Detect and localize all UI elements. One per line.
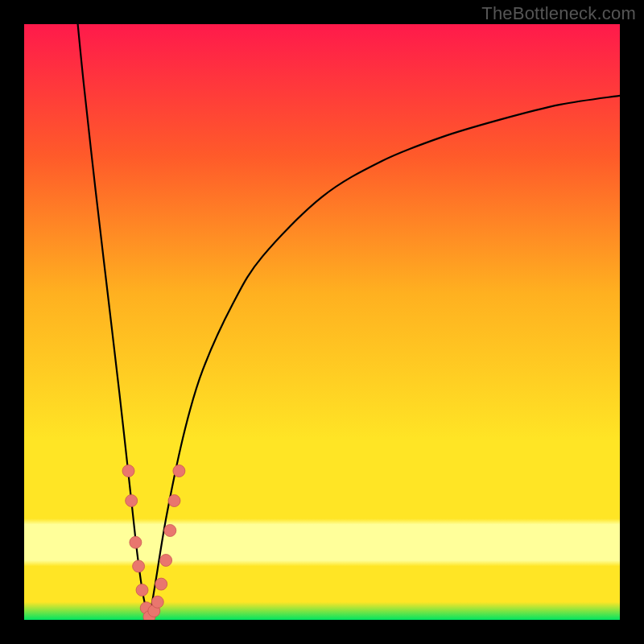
curve-right-branch — [149, 96, 620, 620]
chart-frame: TheBottleneck.com — [0, 0, 644, 644]
chart-svg — [24, 24, 620, 620]
curve-left-branch — [78, 24, 150, 620]
watermark-text: TheBottleneck.com — [481, 3, 636, 24]
plot-area — [24, 24, 620, 620]
marker-point — [173, 465, 185, 477]
marker-point — [155, 578, 167, 590]
marker-point — [160, 555, 172, 567]
marker-point — [136, 584, 148, 597]
marker-point — [122, 465, 134, 477]
bottleneck-curve — [78, 24, 620, 620]
marker-point — [164, 525, 176, 537]
marker-point — [168, 495, 180, 507]
marker-point — [130, 536, 142, 548]
marker-point — [133, 560, 145, 572]
marker-point — [151, 596, 163, 608]
marker-point — [126, 495, 138, 507]
